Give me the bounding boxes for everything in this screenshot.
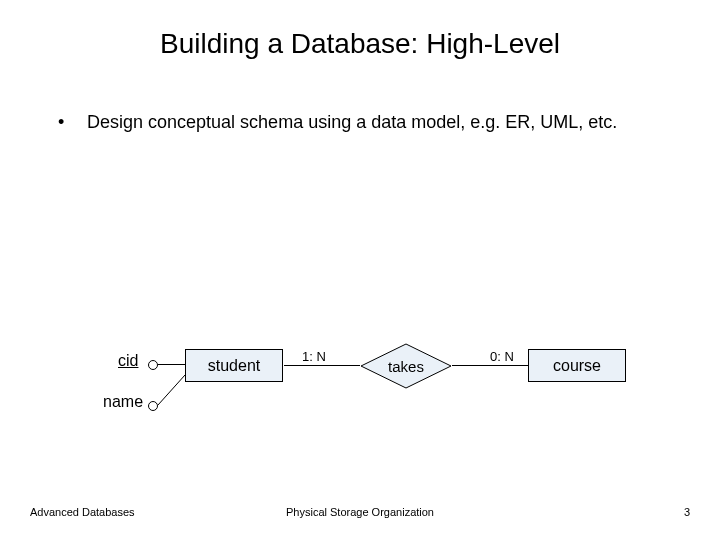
entity-course-label: course — [553, 357, 601, 375]
bullet-marker: • — [58, 110, 82, 134]
connector-takes-course — [452, 365, 528, 366]
attribute-cid-label: cid — [118, 352, 138, 370]
slide-title: Building a Database: High-Level — [0, 28, 720, 60]
connector-name-student — [158, 375, 188, 407]
relationship-takes: takes — [360, 343, 452, 389]
svg-line-0 — [158, 375, 185, 405]
relationship-takes-label: takes — [360, 343, 452, 389]
cardinality-right: 0: N — [490, 349, 514, 364]
connector-student-takes — [284, 365, 360, 366]
footer-page-number: 3 — [684, 506, 690, 518]
entity-student: student — [185, 349, 283, 382]
footer-center: Physical Storage Organization — [0, 506, 720, 518]
connector-cid-student — [158, 364, 185, 365]
bullet-text: Design conceptual schema using a data mo… — [87, 110, 667, 134]
entity-course: course — [528, 349, 626, 382]
cardinality-left: 1: N — [302, 349, 326, 364]
slide: Building a Database: High-Level • Design… — [0, 0, 720, 540]
attribute-name-label: name — [103, 393, 143, 411]
attribute-name-node — [148, 401, 158, 411]
entity-student-label: student — [208, 357, 260, 375]
bullet-item: • Design conceptual schema using a data … — [58, 110, 680, 134]
svg-marker-1 — [361, 344, 451, 388]
attribute-cid-node — [148, 360, 158, 370]
er-diagram: cid name student 1: N takes 0: N course — [0, 0, 720, 540]
